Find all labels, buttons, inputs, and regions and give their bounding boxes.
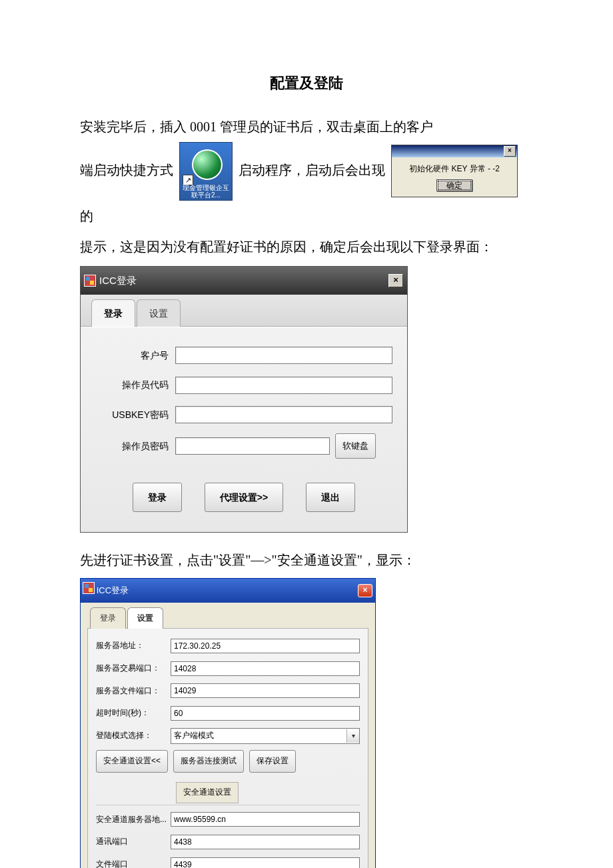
soft-keyboard-button[interactable]: 软键盘 bbox=[335, 433, 376, 459]
error-alert-window: × 初始化硬件 KEY 异常 - -2 确定 bbox=[391, 145, 518, 197]
login-window: ICC登录 × 登录 设置 客户号 操作员代码 USBKEY密码 操作员密码 软… bbox=[80, 266, 408, 533]
label-login-mode: 登陆模式选择： bbox=[96, 727, 171, 745]
window-title: ICC登录 bbox=[97, 585, 129, 595]
sec-file-port-input[interactable]: 4439 bbox=[171, 857, 360, 868]
proxy-settings-button[interactable]: 代理设置>> bbox=[205, 483, 283, 512]
usbkey-pwd-input[interactable] bbox=[175, 406, 392, 423]
file-port-input[interactable]: 14029 bbox=[171, 683, 360, 698]
label-customer-no: 客户号 bbox=[95, 345, 175, 366]
trade-port-input[interactable]: 14028 bbox=[171, 661, 360, 676]
comm-port-input[interactable]: 4438 bbox=[171, 835, 360, 849]
label-sec-server: 安全通道服务器地... bbox=[96, 811, 171, 829]
app-icon bbox=[83, 583, 94, 593]
server-addr-input[interactable]: 172.30.20.25 bbox=[171, 639, 360, 653]
window-title: ICC登录 bbox=[99, 269, 137, 293]
label-usbkey-pwd: USBKEY密码 bbox=[95, 404, 175, 425]
label-operator-code: 操作员代码 bbox=[95, 374, 175, 395]
login-form: 客户号 操作员代码 USBKEY密码 操作员密码 软键盘 登录 代理设置>> 退… bbox=[81, 327, 407, 532]
shortcut-caption: 现金管理银企互联平台2... bbox=[180, 184, 232, 199]
window-titlebar: ICC登录 × bbox=[81, 579, 375, 603]
alert-message: 初始化硬件 KEY 异常 - -2 bbox=[394, 164, 514, 173]
exit-button[interactable]: 退出 bbox=[306, 483, 355, 512]
page-title: 配置及登陆 bbox=[80, 67, 533, 101]
customer-no-input[interactable] bbox=[175, 347, 392, 364]
label-server-addr: 服务器地址： bbox=[96, 637, 171, 655]
text: 启动程序，启动后会出现 bbox=[239, 162, 385, 177]
text: 端启动快捷方式 bbox=[80, 162, 173, 177]
chevron-down-icon: ▾ bbox=[346, 729, 359, 743]
login-button[interactable]: 登录 bbox=[133, 483, 182, 512]
label-comm-port: 通讯端口 bbox=[96, 833, 171, 851]
label-file-port: 服务器文件端口： bbox=[96, 682, 171, 701]
timeout-input[interactable]: 60 bbox=[171, 706, 360, 721]
operator-pwd-input[interactable] bbox=[175, 437, 330, 455]
app-icon bbox=[85, 275, 95, 286]
login-mode-select[interactable]: 客户端模式 ▾ bbox=[171, 728, 360, 744]
paragraph-3: 先进行证书设置，点击"设置"—>"安全通道设置"，显示： bbox=[80, 545, 533, 575]
sec-server-input[interactable]: www.95599.cn bbox=[171, 812, 360, 827]
settings-form: 服务器地址： 172.30.20.25 服务器交易端口： 14028 服务器文件… bbox=[87, 628, 368, 868]
tab-settings[interactable]: 设置 bbox=[127, 607, 163, 629]
tab-login[interactable]: 登录 bbox=[90, 607, 126, 629]
paragraph-2: 提示，这是因为没有配置好证书的原因，确定后会出现以下登录界面： bbox=[80, 231, 533, 262]
label-operator-pwd: 操作员密码 bbox=[95, 435, 175, 457]
operator-code-input[interactable] bbox=[175, 377, 392, 394]
window-titlebar: ICC登录 × bbox=[81, 267, 407, 295]
login-mode-value: 客户端模式 bbox=[174, 727, 214, 745]
label-sec-file-port: 文件端口 bbox=[96, 855, 171, 868]
label-trade-port: 服务器交易端口： bbox=[96, 659, 171, 678]
paragraph-1: 安装完毕后，插入 0001 管理员的证书后，双击桌面上的客户 端启动快捷方式 ↗… bbox=[80, 111, 533, 231]
save-settings-button[interactable]: 保存设置 bbox=[249, 750, 296, 773]
security-channel-button[interactable]: 安全通道设置<< bbox=[96, 750, 168, 773]
text: 安装完毕后，插入 0001 管理员的证书后，双击桌面上的客户 bbox=[80, 119, 433, 134]
settings-window: ICC登录 × 登录 设置 服务器地址： 172.30.20.25 服务器交易端… bbox=[80, 578, 376, 868]
security-section-label: 安全通道设置 bbox=[176, 782, 239, 803]
close-icon[interactable]: × bbox=[388, 274, 403, 287]
tab-login[interactable]: 登录 bbox=[91, 299, 135, 327]
tab-settings[interactable]: 设置 bbox=[137, 299, 181, 327]
close-icon[interactable]: × bbox=[504, 146, 516, 157]
close-icon[interactable]: × bbox=[358, 584, 372, 597]
alert-titlebar: × bbox=[392, 145, 517, 157]
ok-button[interactable]: 确定 bbox=[436, 179, 472, 191]
text: 的 bbox=[80, 209, 93, 223]
label-timeout: 超时时间(秒)： bbox=[96, 704, 171, 723]
tab-strip: 登录 设置 bbox=[81, 295, 407, 327]
tab-strip: 登录 设置 bbox=[81, 603, 375, 629]
globe-icon bbox=[192, 149, 223, 180]
server-test-button[interactable]: 服务器连接测试 bbox=[173, 750, 244, 773]
security-channel-section: 安全通道服务器地... www.95599.cn 通讯端口 4438 文件端口 … bbox=[96, 805, 360, 868]
shortcut-icon: ↗ 现金管理银企互联平台2... bbox=[179, 142, 233, 201]
